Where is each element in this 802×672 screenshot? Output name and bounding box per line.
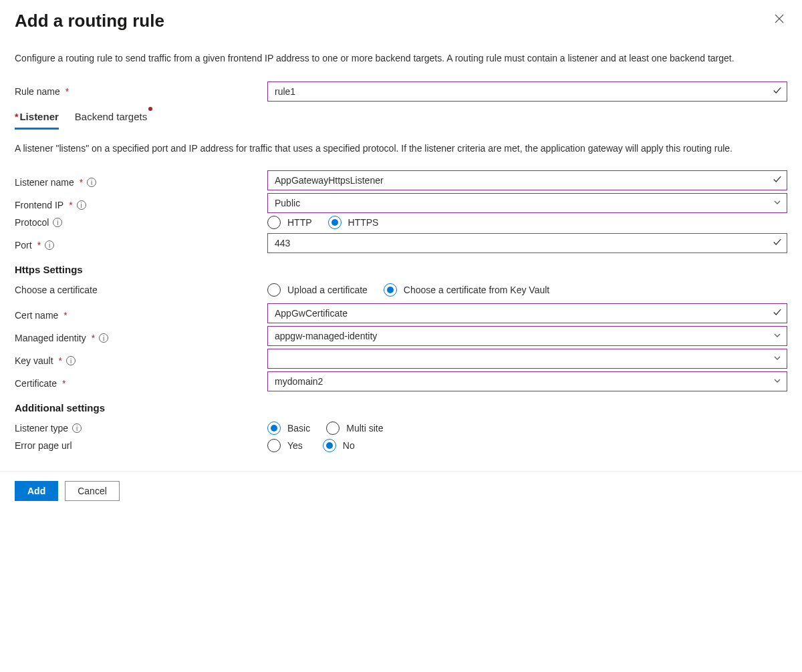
radio-yes[interactable]: Yes: [267, 439, 303, 452]
tabs: *Listener Backend targets: [15, 108, 787, 130]
info-icon[interactable]: i: [87, 178, 96, 187]
label-managed-identity: Managed identity* i: [15, 333, 267, 343]
page-title: Add a routing rule: [15, 11, 164, 31]
label-cert-name: Cert name*: [15, 310, 267, 321]
info-icon[interactable]: i: [77, 200, 86, 210]
radio-no[interactable]: No: [323, 439, 355, 452]
error-page-url-radio-group: Yes No: [267, 439, 787, 452]
add-button[interactable]: Add: [15, 481, 58, 501]
close-button[interactable]: [771, 11, 787, 29]
label-certificate: Certificate*: [15, 378, 267, 389]
tab-backend-targets[interactable]: Backend targets: [75, 108, 147, 128]
footer-actions: Add Cancel: [0, 471, 802, 510]
radio-icon: [328, 216, 342, 229]
radio-https[interactable]: HTTPS: [328, 216, 379, 229]
radio-keyvault-certificate[interactable]: Choose a certificate from Key Vault: [384, 283, 549, 297]
listener-name-input[interactable]: [267, 170, 787, 190]
tab-listener[interactable]: *Listener: [15, 108, 59, 130]
choose-cert-radio-group: Upload a certificate Choose a certificat…: [267, 283, 787, 297]
radio-icon: [384, 283, 397, 297]
close-icon: [774, 13, 785, 24]
label-port: Port* i: [15, 240, 267, 250]
label-key-vault: Key vault* i: [15, 355, 267, 366]
chevron-down-icon: [773, 376, 781, 387]
radio-http[interactable]: HTTP: [267, 216, 312, 229]
https-settings-header: Https Settings: [15, 264, 787, 275]
info-icon[interactable]: i: [53, 218, 62, 227]
info-icon[interactable]: i: [99, 333, 108, 343]
key-vault-dropdown[interactable]: [267, 349, 787, 369]
label-error-page-url: Error page url: [15, 440, 267, 451]
cert-name-input[interactable]: [267, 303, 787, 323]
protocol-radio-group: HTTP HTTPS: [267, 216, 787, 229]
notification-dot: [148, 107, 152, 111]
cancel-button[interactable]: Cancel: [65, 481, 120, 501]
info-icon[interactable]: i: [72, 424, 82, 433]
listener-type-radio-group: Basic Multi site: [267, 422, 787, 435]
additional-settings-header: Additional settings: [15, 402, 787, 413]
port-input[interactable]: [267, 233, 787, 253]
chevron-down-icon: [773, 353, 781, 364]
radio-icon: [323, 439, 336, 452]
radio-upload-certificate[interactable]: Upload a certificate: [267, 283, 368, 297]
radio-icon: [267, 283, 281, 297]
radio-icon: [326, 422, 340, 435]
description-text: Configure a routing rule to send traffic…: [15, 51, 787, 65]
info-icon[interactable]: i: [45, 240, 54, 250]
chevron-down-icon: [773, 198, 781, 208]
label-protocol: Protocol i: [15, 217, 267, 228]
radio-icon: [267, 216, 281, 229]
radio-multi-site[interactable]: Multi site: [326, 422, 383, 435]
chevron-down-icon: [773, 331, 781, 341]
radio-icon: [267, 439, 281, 452]
label-rule-name: Rule name*: [15, 86, 267, 97]
listener-description: A listener "listens" on a specified port…: [15, 142, 787, 156]
radio-icon: [267, 422, 281, 435]
rule-name-input[interactable]: [267, 81, 787, 102]
managed-identity-dropdown[interactable]: appgw-managed-identity: [267, 326, 787, 346]
label-choose-certificate: Choose a certificate: [15, 285, 267, 295]
label-listener-name: Listener name* i: [15, 177, 267, 188]
label-listener-type: Listener type i: [15, 423, 267, 434]
radio-basic[interactable]: Basic: [267, 422, 310, 435]
frontend-ip-dropdown[interactable]: Public: [267, 193, 787, 213]
label-frontend-ip: Frontend IP* i: [15, 200, 267, 210]
info-icon[interactable]: i: [66, 356, 76, 365]
certificate-dropdown[interactable]: mydomain2: [267, 371, 787, 391]
